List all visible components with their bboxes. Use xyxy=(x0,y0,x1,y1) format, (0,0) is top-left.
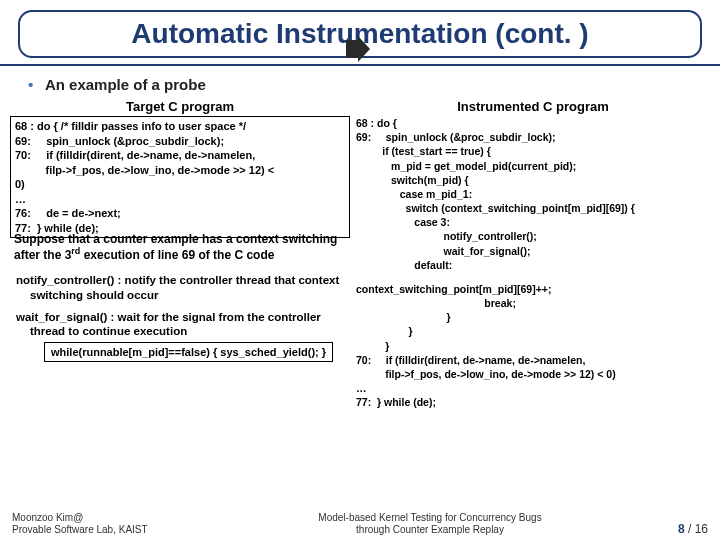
footer-left: Moonzoo Kim@ Provable Software Lab, KAIS… xyxy=(12,512,212,536)
notify-block: notify_controller() : notify the control… xyxy=(10,269,350,306)
left-heading: Target C program xyxy=(10,99,350,114)
content-columns: Target C program 68 : do { /* filldir pa… xyxy=(0,99,720,409)
target-code-box: 68 : do { /* filldir passes info to user… xyxy=(10,116,350,238)
footer-title2: through Counter Example Replay xyxy=(212,524,648,536)
bullet-dot-icon: • xyxy=(28,76,33,93)
footer-author: Moonzoo Kim@ xyxy=(12,512,212,524)
title-bar: Automatic Instrumentation (cont. ) xyxy=(0,0,720,66)
wait-head: wait_for_signal() : xyxy=(16,311,114,323)
caption-sup: rd xyxy=(71,246,80,256)
caption-post: execution of line 69 of the C code xyxy=(80,248,274,262)
wait-block: wait_for_signal() : wait for the signal … xyxy=(10,306,350,368)
footer: Moonzoo Kim@ Provable Software Lab, KAIS… xyxy=(0,512,720,536)
footer-affiliation: Provable Software Lab, KAIST xyxy=(12,524,212,536)
left-caption: Suppose that a counter example has a con… xyxy=(10,232,350,263)
footer-page: 8 / 16 xyxy=(648,522,708,536)
instrumented-code-top: 68 : do { 69: spin_unlock (&proc_subdir_… xyxy=(356,116,710,272)
page-sep: / xyxy=(685,522,695,536)
bullet-text: An example of a probe xyxy=(45,76,206,93)
page-total: 16 xyxy=(695,522,708,536)
bullet-item: • An example of a probe xyxy=(0,70,720,99)
instrumented-code-bottom: context_switching_point[m_pid][69]++; br… xyxy=(356,282,710,410)
right-heading: Instrumented C program xyxy=(356,99,710,114)
left-column: Target C program 68 : do { /* filldir pa… xyxy=(10,99,350,368)
page-current: 8 xyxy=(678,522,685,536)
footer-center: Model-based Kernel Testing for Concurren… xyxy=(212,512,648,536)
footer-title1: Model-based Kernel Testing for Concurren… xyxy=(212,512,648,524)
slide-title: Automatic Instrumentation (cont. ) xyxy=(30,18,690,50)
right-column: Instrumented C program 68 : do { 69: spi… xyxy=(356,99,710,409)
notify-head: notify_controller() : xyxy=(16,274,121,286)
wait-snippet-box: while(runnable[m_pid]==false) { sys_sche… xyxy=(44,342,333,362)
title-pill: Automatic Instrumentation (cont. ) xyxy=(18,10,702,58)
